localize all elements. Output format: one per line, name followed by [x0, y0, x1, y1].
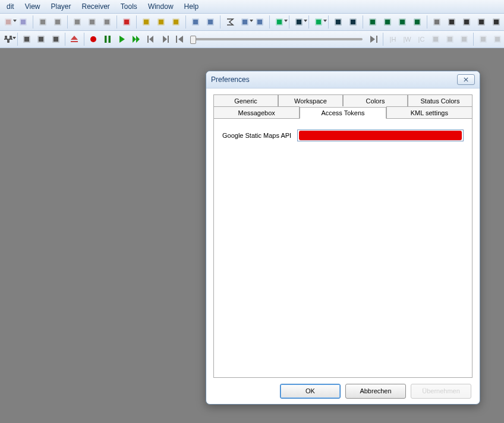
separator	[116, 15, 117, 29]
svg-rect-5	[40, 20, 45, 24]
eject-icon[interactable]	[68, 32, 81, 46]
sun-icon[interactable]	[34, 32, 48, 46]
separator	[269, 15, 270, 29]
grid-green3-icon[interactable]	[395, 15, 410, 29]
chart-green-icon[interactable]	[272, 15, 286, 29]
matrix2-icon[interactable]	[445, 15, 459, 29]
panel2-icon[interactable]	[203, 15, 218, 29]
svg-rect-15	[124, 20, 129, 24]
svg-rect-68	[147, 36, 149, 43]
signal-icon[interactable]	[1, 32, 15, 46]
tab-messagebox[interactable]: Messagebox	[213, 106, 300, 118]
svg-rect-70	[176, 36, 177, 43]
dialog-titlebar[interactable]: Preferences	[206, 71, 480, 89]
separator	[67, 15, 68, 29]
ffwd-icon[interactable]	[130, 32, 143, 46]
menu-player[interactable]: Player	[45, 1, 76, 12]
sigma-icon[interactable]	[223, 15, 237, 29]
svg-rect-64	[71, 41, 78, 42]
playback-timeline[interactable]	[190, 38, 363, 40]
menu-view[interactable]: View	[20, 1, 46, 12]
wave-dark-icon[interactable]	[292, 15, 306, 29]
tab-status-colors[interactable]: Status Colors	[408, 94, 472, 106]
layout1-icon[interactable]	[139, 15, 153, 29]
wand-icon[interactable]	[20, 32, 34, 46]
matrix3-icon[interactable]	[459, 15, 474, 29]
tab-kml-settings[interactable]: KML settings	[386, 106, 472, 118]
layout3-icon[interactable]	[169, 15, 183, 29]
tab-generic[interactable]: Generic	[213, 94, 278, 106]
print-icon[interactable]	[36, 15, 50, 29]
menu-window[interactable]: Window	[143, 1, 179, 12]
menu-receiver[interactable]: Receiver	[77, 1, 115, 12]
menu-edit[interactable]: dit	[1, 1, 20, 12]
grid-green2-icon[interactable]	[380, 15, 395, 29]
preferences-dialog: Preferences Generic Workspace Colors Sta…	[206, 71, 480, 405]
pause-icon[interactable]	[101, 32, 115, 46]
svg-rect-45	[400, 20, 405, 24]
step-back-icon[interactable]	[144, 32, 158, 46]
google-maps-api-label: Google Static Maps API	[222, 132, 291, 139]
dialog-close-button[interactable]	[457, 74, 475, 85]
svg-text:|W: |W	[403, 36, 411, 43]
separator	[427, 15, 427, 29]
svg-rect-43	[385, 20, 390, 24]
toolbar-main	[0, 14, 504, 31]
print-preview-icon[interactable]	[51, 15, 65, 29]
svg-rect-37	[336, 20, 341, 24]
paste-icon[interactable]	[100, 15, 114, 29]
tab-colors[interactable]: Colors	[343, 94, 408, 106]
timeline-thumb[interactable]	[190, 36, 196, 44]
open-icon[interactable]	[1, 15, 15, 29]
matrix1-icon[interactable]	[430, 15, 444, 29]
target-icon[interactable]	[346, 15, 360, 29]
svg-point-65	[90, 36, 96, 42]
bars-green-icon[interactable]	[311, 15, 326, 29]
matrix4-icon[interactable]	[474, 15, 489, 29]
table-icon[interactable]	[238, 15, 252, 29]
svg-rect-33	[297, 20, 301, 24]
save-icon[interactable]	[16, 15, 30, 29]
grid-green1-icon[interactable]	[366, 15, 380, 29]
skip-end-icon[interactable]	[367, 32, 380, 46]
tab-workspace[interactable]: Workspace	[278, 94, 343, 106]
dialog-title-text: Preferences	[211, 75, 250, 84]
scope-dark-icon[interactable]	[331, 15, 345, 29]
svg-rect-39	[351, 20, 355, 24]
svg-rect-55	[479, 20, 484, 24]
separator	[363, 15, 363, 29]
svg-text:|H: |H	[389, 36, 396, 43]
svg-rect-66	[105, 36, 107, 43]
menu-tools[interactable]: Tools	[115, 1, 143, 12]
antenna-icon[interactable]	[49, 32, 62, 46]
google-maps-api-input[interactable]	[297, 130, 464, 141]
skip-start-icon[interactable]	[172, 32, 186, 46]
gears1-icon	[476, 32, 490, 46]
google-maps-api-field: Google Static Maps API	[222, 130, 464, 141]
layout2-icon[interactable]	[154, 15, 168, 29]
svg-rect-17	[144, 20, 149, 24]
cancel-button[interactable]: Abbrechen	[345, 384, 406, 399]
matrix5-icon[interactable]	[489, 15, 503, 29]
cut-icon[interactable]	[70, 15, 84, 29]
svg-rect-61	[39, 37, 43, 42]
separator	[136, 15, 137, 29]
dialog-body: Generic Workspace Colors Status Colors M…	[206, 89, 480, 378]
svg-rect-31	[277, 20, 282, 24]
svg-rect-57	[494, 20, 499, 24]
record-icon[interactable]	[87, 32, 100, 46]
menu-bar: dit View Player Receiver Tools Window He…	[0, 0, 504, 14]
tab-access-tokens[interactable]: Access Tokens	[300, 107, 386, 119]
panel1-icon[interactable]	[188, 15, 203, 29]
ok-button[interactable]: OK	[280, 384, 341, 399]
bug-red-icon[interactable]	[119, 15, 134, 29]
grid-green4-icon[interactable]	[410, 15, 424, 29]
letter-w-icon: |W	[400, 32, 414, 46]
step-fwd-icon[interactable]	[158, 32, 172, 46]
menu-help[interactable]: Help	[179, 1, 204, 12]
play-icon[interactable]	[115, 32, 129, 46]
separator	[473, 33, 474, 46]
svg-text:|C: |C	[418, 36, 424, 43]
list-icon[interactable]	[253, 15, 267, 29]
copy-icon[interactable]	[85, 15, 99, 29]
